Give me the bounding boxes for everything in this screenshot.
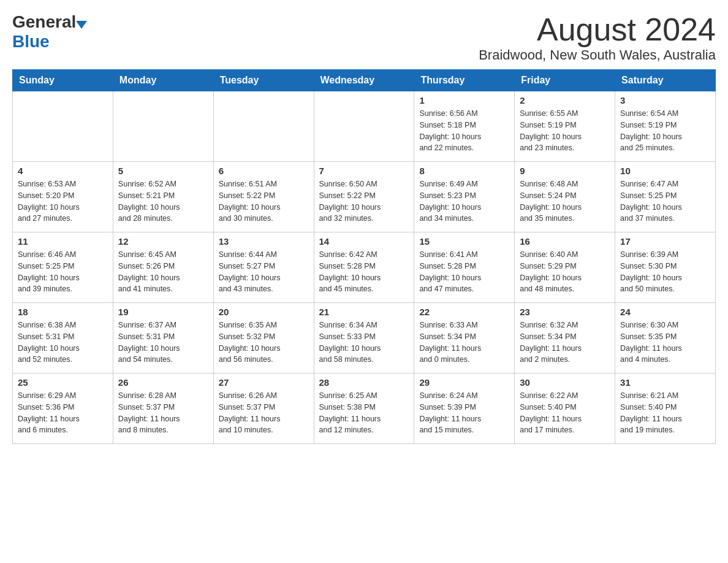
day-number: 13 (219, 236, 309, 247)
day-number: 14 (319, 236, 409, 247)
day-info: Sunrise: 6:48 AMSunset: 5:24 PMDaylight:… (520, 178, 610, 224)
calendar-cell (113, 91, 213, 162)
day-info: Sunrise: 6:40 AMSunset: 5:29 PMDaylight:… (520, 249, 610, 295)
day-info: Sunrise: 6:42 AMSunset: 5:28 PMDaylight:… (319, 249, 409, 295)
calendar-week-row: 1Sunrise: 6:56 AMSunset: 5:18 PMDaylight… (13, 91, 716, 162)
calendar-cell: 20Sunrise: 6:35 AMSunset: 5:32 PMDayligh… (213, 303, 314, 373)
calendar-cell: 8Sunrise: 6:49 AMSunset: 5:23 PMDaylight… (414, 162, 515, 232)
calendar-cell: 23Sunrise: 6:32 AMSunset: 5:34 PMDayligh… (515, 303, 615, 373)
day-number: 30 (520, 377, 610, 388)
day-info: Sunrise: 6:51 AMSunset: 5:22 PMDaylight:… (219, 178, 309, 224)
day-number: 4 (18, 166, 108, 176)
calendar-cell: 6Sunrise: 6:51 AMSunset: 5:22 PMDaylight… (213, 162, 314, 232)
day-number: 17 (620, 236, 710, 247)
day-number: 2 (520, 95, 610, 105)
day-info: Sunrise: 6:32 AMSunset: 5:34 PMDaylight:… (520, 320, 610, 366)
day-info: Sunrise: 6:53 AMSunset: 5:20 PMDaylight:… (18, 178, 108, 224)
day-info: Sunrise: 6:50 AMSunset: 5:22 PMDaylight:… (319, 178, 409, 224)
day-number: 31 (620, 377, 710, 388)
calendar-cell: 2Sunrise: 6:55 AMSunset: 5:19 PMDaylight… (515, 91, 615, 162)
day-info: Sunrise: 6:34 AMSunset: 5:33 PMDaylight:… (319, 320, 409, 366)
calendar-cell: 21Sunrise: 6:34 AMSunset: 5:33 PMDayligh… (314, 303, 414, 373)
day-number: 21 (319, 307, 409, 317)
calendar-week-row: 4Sunrise: 6:53 AMSunset: 5:20 PMDaylight… (13, 162, 716, 232)
calendar-cell (13, 91, 113, 162)
calendar-week-row: 11Sunrise: 6:46 AMSunset: 5:25 PMDayligh… (13, 232, 716, 303)
day-info: Sunrise: 6:37 AMSunset: 5:31 PMDaylight:… (118, 320, 208, 366)
day-info: Sunrise: 6:41 AMSunset: 5:28 PMDaylight:… (419, 249, 509, 295)
month-title: August 2024 (479, 12, 716, 47)
calendar-cell: 28Sunrise: 6:25 AMSunset: 5:38 PMDayligh… (314, 373, 414, 444)
title-area: August 2024 Braidwood, New South Wales, … (479, 12, 716, 63)
day-number: 18 (18, 307, 108, 317)
day-info: Sunrise: 6:46 AMSunset: 5:25 PMDaylight:… (18, 249, 108, 295)
day-info: Sunrise: 6:33 AMSunset: 5:34 PMDaylight:… (419, 320, 509, 366)
location-title: Braidwood, New South Wales, Australia (479, 47, 716, 63)
day-number: 24 (620, 307, 710, 317)
day-info: Sunrise: 6:26 AMSunset: 5:37 PMDaylight:… (219, 390, 309, 436)
day-number: 25 (18, 377, 108, 388)
calendar-cell: 14Sunrise: 6:42 AMSunset: 5:28 PMDayligh… (314, 232, 414, 303)
calendar-cell: 30Sunrise: 6:22 AMSunset: 5:40 PMDayligh… (515, 373, 615, 444)
calendar-cell: 1Sunrise: 6:56 AMSunset: 5:18 PMDaylight… (414, 91, 515, 162)
day-number: 29 (419, 377, 509, 388)
day-number: 10 (620, 166, 710, 176)
calendar-cell: 29Sunrise: 6:24 AMSunset: 5:39 PMDayligh… (414, 373, 515, 444)
calendar-cell: 19Sunrise: 6:37 AMSunset: 5:31 PMDayligh… (113, 303, 213, 373)
day-info: Sunrise: 6:55 AMSunset: 5:19 PMDaylight:… (520, 108, 610, 154)
day-number: 8 (419, 166, 509, 176)
col-saturday: Saturday (615, 70, 716, 91)
day-number: 20 (219, 307, 309, 317)
day-number: 22 (419, 307, 509, 317)
page-header: General Blue August 2024 Braidwood, New … (12, 12, 716, 63)
logo-general-text: General (12, 12, 76, 32)
calendar-cell: 9Sunrise: 6:48 AMSunset: 5:24 PMDaylight… (515, 162, 615, 232)
day-number: 12 (118, 236, 208, 247)
day-number: 1 (419, 95, 509, 105)
day-info: Sunrise: 6:54 AMSunset: 5:19 PMDaylight:… (620, 108, 710, 154)
col-sunday: Sunday (13, 70, 113, 91)
day-info: Sunrise: 6:35 AMSunset: 5:32 PMDaylight:… (219, 320, 309, 366)
calendar-cell (213, 91, 314, 162)
day-number: 6 (219, 166, 309, 176)
day-number: 16 (520, 236, 610, 247)
logo-blue-text: Blue (12, 32, 50, 52)
day-info: Sunrise: 6:52 AMSunset: 5:21 PMDaylight:… (118, 178, 208, 224)
col-monday: Monday (113, 70, 213, 91)
day-info: Sunrise: 6:24 AMSunset: 5:39 PMDaylight:… (419, 390, 509, 436)
day-info: Sunrise: 6:30 AMSunset: 5:35 PMDaylight:… (620, 320, 710, 366)
calendar-cell: 24Sunrise: 6:30 AMSunset: 5:35 PMDayligh… (615, 303, 716, 373)
calendar-cell (314, 91, 414, 162)
calendar-cell: 25Sunrise: 6:29 AMSunset: 5:36 PMDayligh… (13, 373, 113, 444)
calendar-cell: 3Sunrise: 6:54 AMSunset: 5:19 PMDaylight… (615, 91, 716, 162)
day-info: Sunrise: 6:28 AMSunset: 5:37 PMDaylight:… (118, 390, 208, 436)
day-number: 23 (520, 307, 610, 317)
day-number: 19 (118, 307, 208, 317)
day-info: Sunrise: 6:44 AMSunset: 5:27 PMDaylight:… (219, 249, 309, 295)
calendar-cell: 16Sunrise: 6:40 AMSunset: 5:29 PMDayligh… (515, 232, 615, 303)
day-info: Sunrise: 6:45 AMSunset: 5:26 PMDaylight:… (118, 249, 208, 295)
day-info: Sunrise: 6:56 AMSunset: 5:18 PMDaylight:… (419, 108, 509, 154)
calendar-week-row: 18Sunrise: 6:38 AMSunset: 5:31 PMDayligh… (13, 303, 716, 373)
logo-triangle-icon (76, 21, 87, 29)
calendar-cell: 11Sunrise: 6:46 AMSunset: 5:25 PMDayligh… (13, 232, 113, 303)
col-tuesday: Tuesday (213, 70, 314, 91)
day-number: 11 (18, 236, 108, 247)
day-number: 5 (118, 166, 208, 176)
calendar-cell: 31Sunrise: 6:21 AMSunset: 5:40 PMDayligh… (615, 373, 716, 444)
calendar-cell: 26Sunrise: 6:28 AMSunset: 5:37 PMDayligh… (113, 373, 213, 444)
calendar-cell: 22Sunrise: 6:33 AMSunset: 5:34 PMDayligh… (414, 303, 515, 373)
day-number: 15 (419, 236, 509, 247)
col-friday: Friday (515, 70, 615, 91)
calendar-cell: 4Sunrise: 6:53 AMSunset: 5:20 PMDaylight… (13, 162, 113, 232)
day-number: 26 (118, 377, 208, 388)
day-number: 28 (319, 377, 409, 388)
day-number: 3 (620, 95, 710, 105)
calendar-header-row: Sunday Monday Tuesday Wednesday Thursday… (13, 70, 716, 91)
day-info: Sunrise: 6:49 AMSunset: 5:23 PMDaylight:… (419, 178, 509, 224)
calendar-cell: 18Sunrise: 6:38 AMSunset: 5:31 PMDayligh… (13, 303, 113, 373)
calendar-cell: 12Sunrise: 6:45 AMSunset: 5:26 PMDayligh… (113, 232, 213, 303)
calendar-cell: 7Sunrise: 6:50 AMSunset: 5:22 PMDaylight… (314, 162, 414, 232)
day-info: Sunrise: 6:21 AMSunset: 5:40 PMDaylight:… (620, 390, 710, 436)
calendar-cell: 27Sunrise: 6:26 AMSunset: 5:37 PMDayligh… (213, 373, 314, 444)
